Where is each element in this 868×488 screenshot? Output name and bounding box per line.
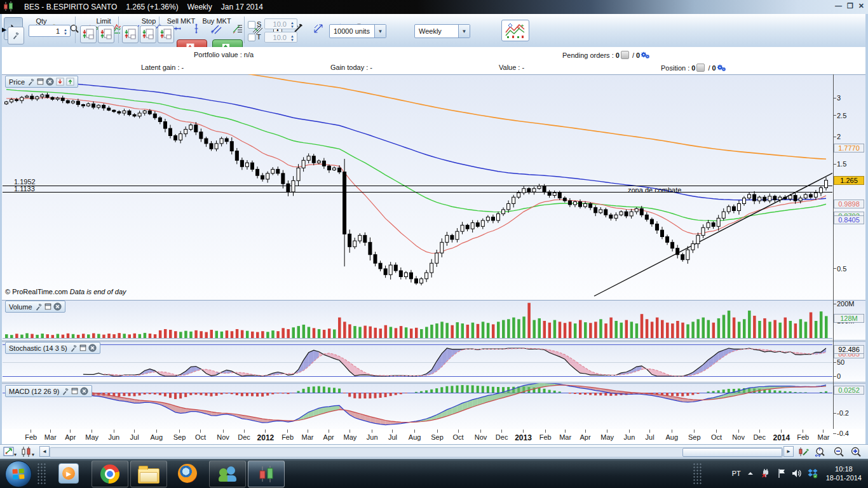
close-icon[interactable] bbox=[46, 78, 54, 86]
zoom-custom-icon[interactable] bbox=[813, 446, 827, 458]
svg-text:▾: ▾ bbox=[32, 452, 34, 458]
stochastic-k-tag: 92.486 bbox=[834, 345, 864, 354]
window-icon[interactable] bbox=[37, 78, 44, 85]
time-axis-label: Jul bbox=[646, 433, 654, 441]
candle-style-icon[interactable]: ▾ bbox=[20, 446, 36, 458]
zona-de-combate-annotation: zona de combate bbox=[628, 186, 681, 194]
time-axis-label: Apr bbox=[65, 433, 76, 441]
window-icon[interactable] bbox=[71, 388, 78, 395]
window-icon[interactable] bbox=[79, 344, 86, 351]
windows-logo-icon bbox=[12, 468, 24, 479]
time-axis-label: Jul bbox=[388, 433, 397, 441]
clock-date: 18-01-2014 bbox=[826, 473, 862, 482]
export-chart-icon[interactable]: ▾ bbox=[3, 446, 17, 458]
window-icon[interactable] bbox=[44, 303, 51, 310]
time-axis-label: 2013 bbox=[515, 433, 532, 442]
time-axis-label: Feb bbox=[281, 433, 294, 441]
time-axis-label: May bbox=[344, 433, 357, 441]
price-axis-tick: 2 bbox=[837, 133, 841, 140]
chart-canvas[interactable] bbox=[0, 0, 868, 445]
stochastic-axis-tick: 0 bbox=[837, 372, 841, 380]
copyright-note: © ProRealTime.com Data is end of day bbox=[5, 288, 126, 295]
ma-orange-value-tag: 1.7770 bbox=[834, 144, 864, 152]
macd-panel-title: MACD (12 26 9) bbox=[9, 388, 59, 395]
time-axis-label: Jun bbox=[624, 433, 635, 441]
svg-text:▾: ▾ bbox=[14, 452, 17, 458]
taskbar-app-media-player[interactable]: ▶ bbox=[51, 461, 86, 486]
close-icon[interactable] bbox=[53, 302, 62, 311]
taskbar-clock[interactable]: 10:18 18-01-2014 bbox=[826, 464, 862, 482]
time-axis-label: Dec bbox=[238, 433, 250, 441]
taskbar-app-prorealtime[interactable] bbox=[248, 461, 285, 487]
taskbar-app-explorer[interactable] bbox=[130, 461, 167, 487]
time-axis-label: Sep bbox=[173, 433, 186, 441]
price-panel-title: Price bbox=[9, 78, 25, 86]
time-axis-label: Aug bbox=[409, 433, 421, 441]
scroll-right-button[interactable]: ► bbox=[783, 446, 794, 457]
taskbar-app-messenger[interactable] bbox=[209, 461, 246, 487]
zoom-in-icon[interactable] bbox=[850, 446, 862, 458]
svg-text:✕: ✕ bbox=[761, 472, 766, 478]
system-tray: PT ✕ 10:18 18-01-2014 bbox=[732, 459, 865, 488]
close-icon[interactable] bbox=[80, 387, 88, 395]
wrench-icon[interactable] bbox=[27, 78, 35, 86]
scrollbar-thumb[interactable] bbox=[682, 448, 782, 457]
time-axis-label: Apr bbox=[323, 433, 334, 441]
zoom-out-icon[interactable] bbox=[832, 446, 845, 458]
time-axis-label: 2014 bbox=[773, 433, 790, 442]
chart-bottom-bar: ▾▾◄► bbox=[0, 444, 868, 460]
macd-axis-tick: -0.2 bbox=[837, 409, 849, 417]
time-axis-label: Mar bbox=[817, 433, 829, 441]
language-indicator[interactable]: PT bbox=[732, 470, 741, 477]
stochastic-panel-title: Stochastic (14 3 5) bbox=[9, 344, 67, 352]
time-axis-label: Mar bbox=[302, 433, 314, 441]
time-axis-label: Oct bbox=[453, 433, 464, 441]
scroll-left-button[interactable]: ◄ bbox=[39, 446, 50, 457]
close-icon[interactable] bbox=[88, 344, 97, 352]
price-level-label: 1.1133 bbox=[14, 185, 35, 193]
time-axis-label: Feb bbox=[797, 433, 809, 441]
volume-axis-tick: 200M bbox=[837, 300, 855, 308]
arrow-up-icon[interactable] bbox=[66, 78, 74, 86]
price-axis-tick: 2.5 bbox=[837, 112, 846, 119]
time-axis-label: Feb bbox=[539, 433, 552, 441]
taskbar-app-firefox[interactable] bbox=[170, 461, 205, 486]
action-center-flag-icon[interactable] bbox=[777, 468, 786, 478]
windows-taskbar: PT ✕ 10:18 18-01-2014 ▶ bbox=[0, 459, 868, 488]
time-axis-label: Dec bbox=[753, 433, 766, 441]
time-axis-label: Jun bbox=[108, 433, 119, 441]
chart-options-icon[interactable] bbox=[797, 446, 810, 458]
macd-axis-tick: -0.4 bbox=[837, 430, 849, 437]
macd-panel-header: MACD (12 26 9) bbox=[5, 385, 92, 397]
wrench-icon[interactable] bbox=[35, 303, 43, 311]
wrench-icon[interactable] bbox=[62, 388, 69, 395]
macd-value-tag: 0.0252 bbox=[834, 386, 864, 395]
time-axis-label: May bbox=[600, 433, 614, 441]
media-player-icon: ▶ bbox=[58, 463, 79, 484]
stochastic-axis-tick: 50 bbox=[837, 358, 844, 366]
arrow-down-icon[interactable] bbox=[56, 78, 64, 86]
explorer-folder-icon bbox=[138, 468, 159, 484]
time-axis-label: Feb bbox=[25, 433, 37, 441]
taskbar-app-chrome[interactable] bbox=[92, 461, 128, 487]
time-axis-label: Nov bbox=[475, 433, 487, 441]
start-button[interactable] bbox=[5, 461, 32, 487]
volume-icon[interactable] bbox=[792, 469, 802, 478]
time-axis-label: May bbox=[85, 433, 98, 441]
volume-panel-header: Volume bbox=[5, 301, 65, 313]
price-panel-header: Price bbox=[5, 76, 78, 88]
screen: BES - B.ESPIRITO SANTO 1.265 (+1.36%) We… bbox=[0, 0, 868, 488]
firefox-icon bbox=[178, 464, 197, 483]
dropbox-icon[interactable] bbox=[808, 468, 818, 478]
show-hidden-icons-icon[interactable] bbox=[747, 470, 754, 477]
messenger-icon bbox=[218, 464, 237, 484]
time-scrollbar[interactable] bbox=[50, 447, 783, 458]
prorealtime-icon bbox=[257, 464, 276, 484]
wrench-icon[interactable] bbox=[70, 344, 78, 352]
power-plug-error-icon[interactable]: ✕ bbox=[760, 468, 771, 478]
clock-time: 10:18 bbox=[826, 464, 862, 473]
time-axis-label: Apr bbox=[580, 433, 591, 441]
time-axis-label: Nov bbox=[217, 433, 229, 441]
price-axis-tick: 0.5 bbox=[837, 265, 846, 273]
time-axis-label: 2012 bbox=[257, 433, 275, 442]
